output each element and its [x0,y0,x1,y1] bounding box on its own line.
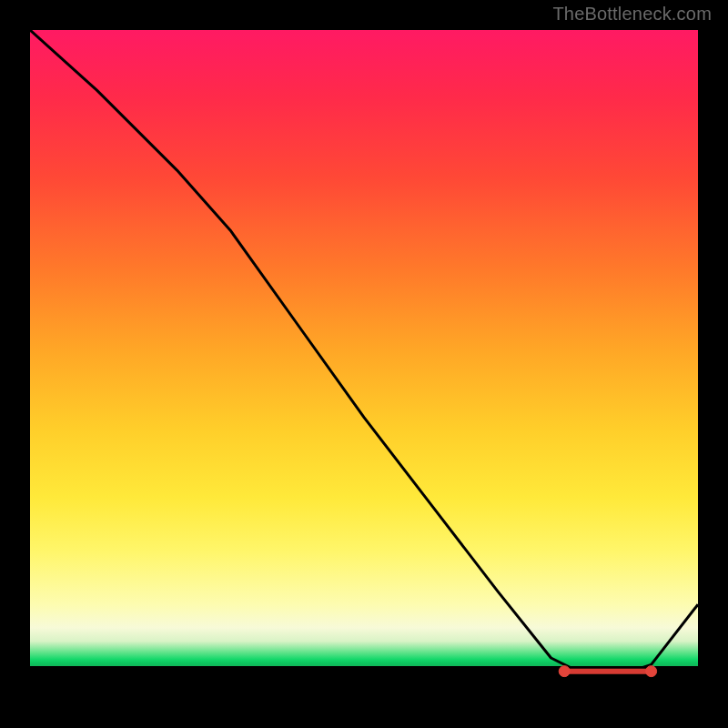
optimum-marker-right [646,666,657,677]
chart-stage: TheBottleneck.com [0,0,728,728]
chart-svg [30,30,698,698]
optimum-marker-left [559,666,570,677]
watermark-label: TheBottleneck.com [552,4,712,25]
bottleneck-curve [30,30,698,672]
plot-area [30,30,698,698]
